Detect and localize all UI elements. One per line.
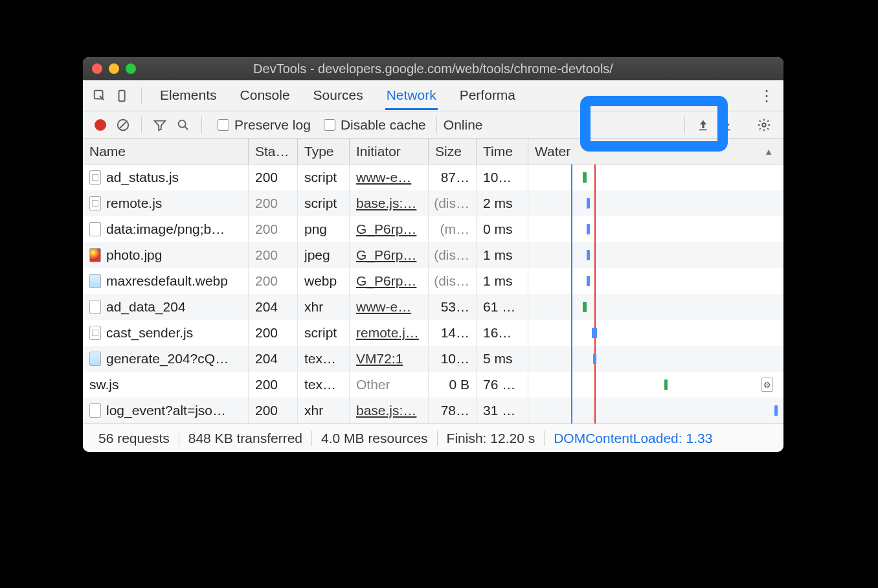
waterfall-label: Water bbox=[535, 144, 570, 159]
devtools-window: DevTools - developers.google.com/web/too… bbox=[83, 57, 783, 452]
request-row[interactable]: generate_204?cQ…204tex…VM72:110…5 ms bbox=[83, 346, 783, 372]
close-window-button[interactable] bbox=[92, 63, 102, 74]
cell-initiator[interactable]: G_P6rp… bbox=[350, 216, 429, 242]
cell-name: remote.js bbox=[83, 190, 249, 216]
zoom-window-button[interactable] bbox=[126, 63, 136, 74]
cell-initiator[interactable]: www-e… bbox=[350, 294, 429, 320]
cell-time: 16… bbox=[477, 320, 528, 346]
column-header-initiator[interactable]: Initiator bbox=[350, 139, 429, 164]
cell-initiator[interactable]: remote.j… bbox=[350, 320, 429, 346]
column-header-type[interactable]: Type bbox=[298, 139, 350, 164]
domcontentloaded-line bbox=[571, 242, 572, 268]
column-header-size[interactable]: Size bbox=[429, 139, 477, 164]
column-header-status[interactable]: Sta… bbox=[249, 139, 298, 164]
cell-waterfall bbox=[528, 398, 783, 424]
cell-initiator[interactable]: G_P6rp… bbox=[350, 242, 429, 268]
cell-name: log_event?alt=jso… bbox=[83, 398, 249, 424]
domcontentloaded-line bbox=[571, 372, 572, 398]
cell-type: png bbox=[298, 216, 350, 242]
cell-type: jpeg bbox=[298, 242, 350, 268]
cell-type: tex… bbox=[298, 346, 350, 372]
load-line bbox=[594, 164, 596, 190]
request-row[interactable]: ad_status.js200scriptwww-e…87…10… bbox=[83, 164, 783, 190]
clear-icon[interactable] bbox=[114, 116, 132, 134]
filter-icon[interactable] bbox=[151, 116, 169, 134]
search-icon[interactable] bbox=[174, 116, 192, 134]
cell-type: xhr bbox=[298, 398, 350, 424]
cell-name: sw.js bbox=[83, 372, 249, 398]
cell-initiator[interactable]: Other bbox=[350, 372, 429, 398]
waterfall-bar bbox=[587, 198, 590, 209]
request-row[interactable]: sw.js200tex…Other0 B76 … bbox=[83, 372, 783, 398]
record-button[interactable] bbox=[95, 119, 106, 131]
preserve-log-checkbox[interactable] bbox=[218, 119, 229, 131]
file-type-icon bbox=[89, 403, 101, 418]
cell-initiator[interactable]: base.js:… bbox=[350, 190, 429, 216]
request-rows: ad_status.js200scriptwww-e…87…10…remote.… bbox=[83, 164, 783, 424]
cell-waterfall bbox=[528, 164, 783, 190]
throttling-select[interactable]: Online bbox=[444, 117, 483, 133]
tab-console[interactable]: Console bbox=[239, 81, 291, 110]
request-row[interactable]: remote.js200scriptbase.js:…(dis…2 ms bbox=[83, 190, 783, 216]
cell-type: script bbox=[298, 320, 350, 346]
cell-name: data:image/png;b… bbox=[83, 216, 249, 242]
cell-size: 87… bbox=[429, 164, 477, 190]
cell-time: 5 ms bbox=[477, 346, 528, 372]
cell-size: 53… bbox=[429, 294, 477, 320]
annotation-highlight bbox=[580, 96, 728, 152]
request-row[interactable]: data:image/png;b…200pngG_P6rp…(m…0 ms bbox=[83, 216, 783, 242]
request-row[interactable]: log_event?alt=jso…200xhrbase.js:…78…31 … bbox=[83, 398, 783, 424]
request-row[interactable]: ad_data_204204xhrwww-e…53…61 … bbox=[83, 294, 783, 320]
load-line bbox=[594, 216, 596, 242]
cell-status: 204 bbox=[249, 346, 298, 372]
cell-waterfall bbox=[528, 346, 783, 372]
tab-elements[interactable]: Elements bbox=[159, 81, 218, 110]
column-header-time[interactable]: Time bbox=[477, 139, 528, 164]
panel-tabs: Elements Console Sources Network Perform… bbox=[159, 81, 517, 110]
cell-initiator[interactable]: G_P6rp… bbox=[350, 268, 429, 294]
request-row[interactable]: cast_sender.js200scriptremote.j…14…16… bbox=[83, 320, 783, 346]
divider bbox=[141, 87, 142, 104]
cell-size: (dis… bbox=[429, 268, 477, 294]
column-header-name[interactable]: Name bbox=[83, 139, 249, 164]
cell-status: 200 bbox=[249, 216, 298, 242]
request-name: data:image/png;b… bbox=[106, 221, 225, 237]
inspect-icon[interactable] bbox=[91, 87, 109, 105]
device-toggle-icon[interactable] bbox=[114, 87, 132, 105]
request-row[interactable]: maxresdefault.webp200webpG_P6rp…(dis…1 m… bbox=[83, 268, 783, 294]
file-type-icon bbox=[89, 170, 101, 185]
request-name: generate_204?cQ… bbox=[106, 351, 229, 367]
cell-status: 200 bbox=[249, 372, 298, 398]
request-name: maxresdefault.webp bbox=[106, 273, 228, 289]
settings-icon[interactable] bbox=[755, 116, 773, 134]
tab-network[interactable]: Network bbox=[385, 81, 438, 110]
cell-name: photo.jpg bbox=[83, 242, 249, 268]
more-menu-icon[interactable]: ⋮ bbox=[759, 87, 774, 105]
cell-initiator[interactable]: VM72:1 bbox=[350, 346, 429, 372]
waterfall-bar bbox=[587, 250, 590, 260]
cell-initiator[interactable]: base.js:… bbox=[350, 398, 429, 424]
cell-name: ad_status.js bbox=[83, 164, 249, 190]
summary-domcontentloaded: DOMContentLoaded: 1.33 bbox=[545, 431, 721, 446]
request-row[interactable]: photo.jpg200jpegG_P6rp…(dis…1 ms bbox=[83, 242, 783, 268]
summary-requests: 56 requests bbox=[89, 431, 179, 446]
cell-name: ad_data_204 bbox=[83, 294, 249, 320]
load-line bbox=[594, 372, 596, 398]
cell-type: script bbox=[298, 164, 350, 190]
cell-size: (m… bbox=[429, 216, 477, 242]
disable-cache-checkbox[interactable] bbox=[324, 119, 335, 131]
cell-initiator[interactable]: www-e… bbox=[350, 164, 429, 190]
waterfall-bar bbox=[664, 379, 668, 390]
cell-status: 200 bbox=[249, 320, 298, 346]
tab-performance[interactable]: Performa bbox=[458, 81, 517, 110]
file-type-icon bbox=[89, 196, 101, 210]
cell-size: (dis… bbox=[429, 242, 477, 268]
cell-size: 0 B bbox=[429, 372, 477, 398]
tab-sources[interactable]: Sources bbox=[312, 81, 365, 110]
load-line bbox=[594, 398, 596, 424]
request-name: sw.js bbox=[89, 377, 119, 392]
minimize-window-button[interactable] bbox=[109, 63, 119, 74]
load-line bbox=[594, 294, 596, 320]
cell-size: 14… bbox=[429, 320, 477, 346]
cell-size: 10… bbox=[429, 346, 477, 372]
